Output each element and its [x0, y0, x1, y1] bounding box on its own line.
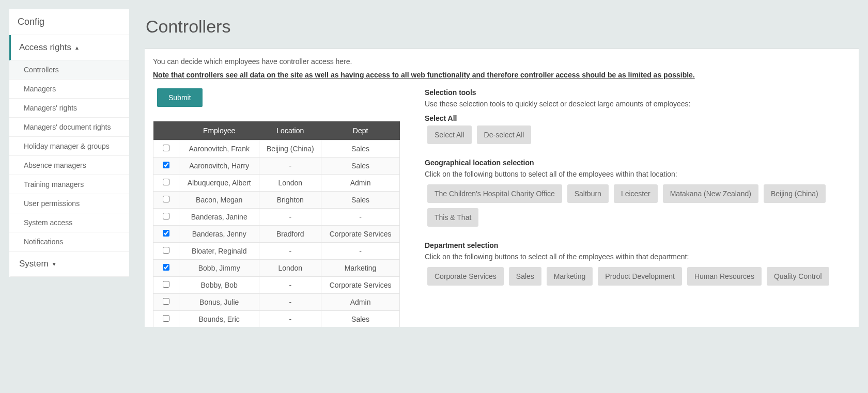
cell-employee: Banderas, Janine	[179, 209, 259, 226]
sidebar-category-system[interactable]: System ▼	[9, 251, 129, 277]
cell-employee: Aaronovitch, Harry	[179, 158, 259, 175]
selection-tools-text: Use these selection tools to quickly sel…	[425, 100, 850, 108]
table-row: Bobb, JimmyLondonMarketing	[153, 260, 400, 277]
intro-text: You can decide which employees have cont…	[153, 57, 850, 66]
cell-dept: -	[321, 243, 400, 260]
cell-employee: Bacon, Megan	[179, 192, 259, 209]
cell-dept: Marketing	[321, 260, 400, 277]
cell-location: -	[259, 311, 321, 327]
col-header-checkbox	[153, 121, 179, 140]
location-filter-button[interactable]: Leicester	[614, 184, 658, 203]
location-filter-button[interactable]: Saltburn	[567, 184, 609, 203]
sidebar-category-label: System	[19, 259, 49, 269]
sidebar-item[interactable]: Managers' document rights	[9, 118, 129, 137]
chevron-down-icon: ▼	[52, 261, 57, 267]
cell-employee: Bobby, Bob	[179, 277, 259, 294]
cell-dept: Sales	[321, 311, 400, 327]
row-checkbox[interactable]	[163, 298, 169, 305]
deselect-all-button[interactable]: De-select All	[477, 125, 532, 144]
geo-selection-text: Click on the following buttons to select…	[425, 170, 850, 178]
location-filter-button[interactable]: The Children's Hospital Charity Office	[427, 184, 562, 203]
cell-dept: Corporate Services	[321, 277, 400, 294]
row-checkbox[interactable]	[163, 162, 169, 168]
col-header-dept: Dept	[321, 121, 400, 140]
sidebar-category-label: Access rights	[19, 42, 71, 53]
select-all-button[interactable]: Select All	[427, 125, 472, 144]
location-filter-button[interactable]: Matakana (New Zealand)	[663, 184, 758, 203]
department-filter-button[interactable]: Human Resources	[687, 267, 762, 286]
row-checkbox[interactable]	[163, 264, 169, 271]
sidebar-item[interactable]: Controllers	[9, 60, 129, 80]
cell-location: Bradford	[259, 226, 321, 243]
sidebar-item[interactable]: Absence managers	[9, 156, 129, 175]
cell-dept: Sales	[321, 140, 400, 158]
department-filter-button[interactable]: Product Development	[598, 267, 682, 286]
table-row: Bobby, Bob-Corporate Services	[153, 277, 400, 294]
cell-dept: Corporate Services	[321, 226, 400, 243]
dept-selection-text: Click on the following buttons to select…	[425, 253, 850, 261]
cell-location: -	[259, 209, 321, 226]
cell-location: London	[259, 175, 321, 192]
cell-employee: Aaronovitch, Frank	[179, 140, 259, 158]
table-row: Bounds, Eric-Sales	[153, 311, 400, 327]
submit-button[interactable]: Submit	[157, 88, 203, 107]
sidebar-item[interactable]: Notifications	[9, 232, 129, 251]
table-row: Aaronovitch, FrankBeijing (China)Sales	[153, 140, 400, 158]
row-checkbox[interactable]	[163, 179, 169, 185]
table-row: Bloater, Reginald--	[153, 243, 400, 260]
sidebar-header: Config	[9, 9, 129, 35]
cell-dept: -	[321, 209, 400, 226]
department-filter-button[interactable]: Sales	[509, 267, 541, 286]
table-row: Banderas, JennyBradfordCorporate Service…	[153, 226, 400, 243]
cell-dept: Admin	[321, 294, 400, 311]
location-filter-button[interactable]: This & That	[427, 208, 478, 227]
geo-selection-title: Geographical location selection	[425, 159, 850, 167]
row-checkbox[interactable]	[163, 145, 169, 151]
chevron-up-icon: ▲	[74, 45, 80, 51]
row-checkbox[interactable]	[163, 315, 169, 322]
dept-selection-title: Department selection	[425, 241, 850, 249]
cell-employee: Albuquerque, Albert	[179, 175, 259, 192]
note-text: Note that controllers see all data on th…	[153, 71, 850, 79]
cell-employee: Bonus, Julie	[179, 294, 259, 311]
cell-dept: Sales	[321, 192, 400, 209]
sidebar-item[interactable]: System access	[9, 213, 129, 232]
table-row: Aaronovitch, Harry-Sales	[153, 158, 400, 175]
sidebar-category-access-rights[interactable]: Access rights ▲	[9, 35, 129, 60]
cell-location: London	[259, 260, 321, 277]
cell-employee: Bounds, Eric	[179, 311, 259, 327]
col-header-location: Location	[259, 121, 321, 140]
sidebar-item[interactable]: Managers' rights	[9, 99, 129, 118]
sidebar-item[interactable]: User permissions	[9, 194, 129, 213]
cell-location: Brighton	[259, 192, 321, 209]
row-checkbox[interactable]	[163, 247, 169, 254]
cell-location: -	[259, 277, 321, 294]
selection-tools-title: Selection tools	[425, 88, 850, 97]
sidebar-item[interactable]: Training managers	[9, 175, 129, 194]
row-checkbox[interactable]	[163, 196, 169, 202]
department-filter-button[interactable]: Quality Control	[767, 267, 829, 286]
select-all-label: Select All	[425, 114, 850, 122]
row-checkbox[interactable]	[163, 230, 169, 237]
page-title: Controllers	[146, 17, 859, 37]
sidebar-item[interactable]: Managers	[9, 80, 129, 99]
department-filter-button[interactable]: Marketing	[547, 267, 593, 286]
cell-dept: Sales	[321, 158, 400, 175]
sidebar: Config Access rights ▲ ControllersManage…	[9, 9, 129, 277]
department-filter-button[interactable]: Corporate Services	[427, 267, 504, 286]
cell-employee: Bobb, Jimmy	[179, 260, 259, 277]
col-header-employee: Employee	[179, 121, 259, 140]
table-row: Bacon, MeganBrightonSales	[153, 192, 400, 209]
cell-location: Beijing (China)	[259, 140, 321, 158]
row-checkbox[interactable]	[163, 281, 169, 288]
cell-employee: Bloater, Reginald	[179, 243, 259, 260]
table-row: Albuquerque, AlbertLondonAdmin	[153, 175, 400, 192]
table-row: Banderas, Janine--	[153, 209, 400, 226]
row-checkbox[interactable]	[163, 213, 169, 219]
employees-table: Employee Location Dept Aaronovitch, Fran…	[153, 121, 400, 327]
sidebar-item[interactable]: Holiday manager & groups	[9, 137, 129, 156]
location-filter-button[interactable]: Beijing (China)	[764, 184, 826, 203]
table-row: Bonus, Julie-Admin	[153, 294, 400, 311]
content-panel[interactable]: You can decide which employees have cont…	[145, 48, 859, 327]
cell-location: -	[259, 294, 321, 311]
